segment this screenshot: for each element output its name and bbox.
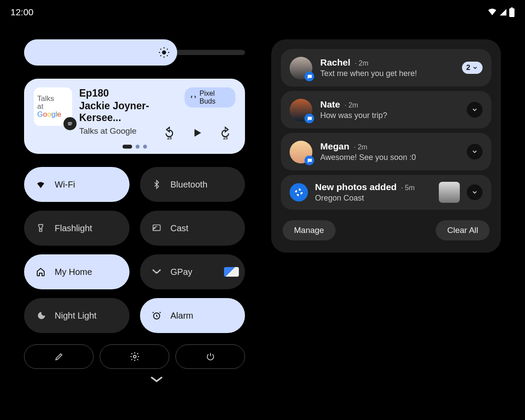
expand-button[interactable] — [467, 144, 483, 160]
messages-icon — [307, 74, 313, 80]
tile-nightlight[interactable]: Night Light — [24, 298, 130, 333]
expand-button[interactable] — [467, 102, 483, 118]
gpay-icon — [150, 266, 163, 278]
expand-button[interactable] — [467, 184, 483, 200]
gear-icon — [130, 351, 140, 362]
notification-count-badge[interactable]: 2 — [462, 62, 483, 74]
tile-label: Flashlight — [55, 223, 92, 233]
moon-icon — [35, 309, 47, 322]
expand-handle[interactable] — [68, 375, 245, 384]
media-title: Jackie Joyner-Kersee... — [79, 100, 185, 124]
media-output-label: Pixel Buds — [200, 90, 230, 105]
quick-settings-grid: Wi-Fi Bluetooth Flashlight Cast My Home … — [24, 167, 245, 333]
tile-label: Night Light — [55, 311, 97, 321]
tile-wifi[interactable]: Wi-Fi — [24, 167, 130, 202]
notification-panel: Rachel 2m Text me when you get here! 2 — [271, 39, 501, 253]
media-art-line1: Talks — [37, 95, 69, 103]
pencil-icon — [54, 352, 64, 361]
tile-home[interactable]: My Home — [24, 254, 130, 289]
notification-time: 2m — [345, 101, 358, 109]
media-episode: Ep180 — [79, 87, 185, 99]
forward-15-button[interactable]: 15 — [219, 126, 232, 139]
svg-point-6 — [133, 355, 136, 358]
tile-label: My Home — [55, 267, 92, 277]
notification-sender: Nate — [320, 99, 340, 110]
status-bar: 12:00 — [0, 0, 525, 24]
home-icon — [35, 266, 47, 278]
tile-label: GPay — [171, 267, 192, 277]
flashlight-icon — [35, 222, 47, 234]
media-output-chip[interactable]: Pixel Buds — [185, 87, 235, 108]
footer-buttons — [24, 344, 245, 369]
alarm-icon — [150, 309, 163, 322]
avatar — [290, 141, 312, 163]
status-icons — [487, 7, 514, 17]
notification-message: Awesome! See you soon :0 — [320, 153, 459, 162]
card-thumbnail — [224, 267, 239, 277]
avatar — [290, 57, 312, 80]
notification-sender: Megan — [320, 141, 350, 152]
settings-button[interactable] — [100, 344, 169, 369]
pager-dot — [143, 145, 147, 149]
photo-thumbnail — [439, 182, 460, 203]
notification-time: 5m — [401, 184, 415, 192]
tile-label: Bluetooth — [171, 180, 208, 190]
messages-icon — [307, 116, 313, 122]
play-button[interactable] — [192, 126, 203, 139]
chevron-down-icon — [471, 189, 478, 196]
avatar — [290, 99, 312, 121]
notification-time: 2m — [354, 143, 368, 151]
chevron-down-icon — [149, 375, 164, 384]
edit-button[interactable] — [24, 344, 94, 369]
notification-subtitle: Oregon Coast — [315, 194, 432, 203]
media-artwork: Talks at Google — [34, 87, 72, 126]
tile-gpay[interactable]: GPay — [140, 254, 245, 289]
notification-item-photos[interactable]: New photos added 5m Oregon Coast — [281, 175, 491, 210]
wifi-icon — [35, 178, 47, 191]
notification-message: How was your trip? — [320, 111, 459, 120]
spotify-icon — [63, 117, 77, 130]
cast-icon — [150, 222, 163, 234]
notification-actions: Manage Clear All — [281, 220, 491, 240]
messages-icon — [307, 158, 313, 164]
google-photos-icon — [290, 183, 308, 201]
notification-item[interactable]: Megan 2m Awesome! See you soon :0 — [281, 133, 491, 170]
bluetooth-icon — [150, 178, 163, 191]
status-time: 12:00 — [10, 7, 34, 17]
brightness-slider[interactable] — [24, 39, 245, 66]
media-pager[interactable] — [34, 145, 235, 149]
notification-title: New photos added — [315, 182, 397, 192]
tile-cast[interactable]: Cast — [140, 211, 245, 246]
notification-sender: Rachel — [320, 57, 350, 68]
media-art-line2: at — [37, 103, 69, 111]
tile-flashlight[interactable]: Flashlight — [24, 211, 130, 246]
tile-bluetooth[interactable]: Bluetooth — [140, 167, 245, 202]
pager-dot-active — [122, 145, 132, 149]
power-button[interactable] — [175, 344, 245, 369]
svg-point-0 — [162, 50, 166, 54]
manage-label: Manage — [294, 226, 324, 235]
svg-point-3 — [40, 229, 41, 229]
notification-message: Text me when you get here! — [320, 69, 454, 78]
svg-point-2 — [40, 186, 41, 187]
manage-button[interactable]: Manage — [283, 220, 336, 240]
brightness-thumb[interactable] — [24, 39, 177, 66]
chevron-down-icon — [472, 65, 478, 71]
clear-all-button[interactable]: Clear All — [436, 220, 490, 240]
pager-dot — [136, 145, 140, 149]
tile-label: Alarm — [171, 311, 193, 321]
battery-icon — [509, 7, 514, 17]
media-player-card[interactable]: Talks at Google Ep180 Jackie Joyner-Kers… — [24, 79, 245, 154]
notification-time: 2m — [355, 59, 368, 67]
rewind-15-button[interactable]: 15 — [163, 126, 176, 139]
notification-item[interactable]: Nate 2m How was your trip? — [281, 91, 491, 128]
signal-icon — [499, 8, 508, 16]
tile-label: Wi-Fi — [55, 180, 75, 190]
power-icon — [206, 352, 215, 361]
tile-label: Cast — [171, 223, 189, 233]
count-value: 2 — [466, 63, 470, 72]
clear-label: Clear All — [447, 226, 478, 235]
notification-item[interactable]: Rachel 2m Text me when you get here! 2 — [281, 49, 491, 87]
tile-alarm[interactable]: Alarm — [140, 298, 245, 333]
earbuds-icon — [190, 94, 197, 101]
